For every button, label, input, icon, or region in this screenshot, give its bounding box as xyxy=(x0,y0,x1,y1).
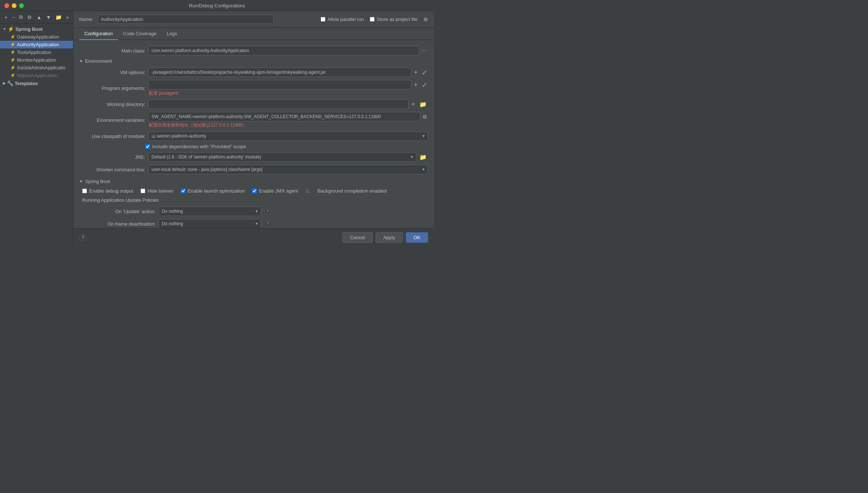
update-policies: Running Application Update Policies On '… xyxy=(82,197,428,228)
move-up-button[interactable]: ▲ xyxy=(35,14,43,21)
maximize-button[interactable] xyxy=(19,3,24,8)
include-deps-checkbox[interactable] xyxy=(145,144,150,149)
on-frame-help-icon[interactable]: ? xyxy=(264,220,271,227)
on-frame-label: On frame deactivation: xyxy=(82,221,156,227)
working-dir-input[interactable] xyxy=(148,99,409,109)
sidebar-item-gateway[interactable]: ⚡ GatewayApplication xyxy=(0,33,73,41)
title-bar: Run/Debug Configurations xyxy=(0,0,434,11)
hide-banner-label[interactable]: Hide banner xyxy=(141,188,174,194)
enable-debug-text: Enable debug output xyxy=(89,188,133,194)
enable-launch-label[interactable]: Enable launch optimization xyxy=(181,188,245,194)
more-button[interactable]: » xyxy=(65,14,70,21)
spring-boot-section-label: Spring Boot xyxy=(85,179,110,184)
on-frame-select[interactable]: Do nothing Update classes and resources … xyxy=(158,219,261,228)
enable-debug-checkbox[interactable] xyxy=(82,189,87,193)
spring-icon-tools: ⚡ xyxy=(10,50,15,55)
working-dir-row: Working directory: + 📁 xyxy=(79,99,428,109)
program-args-input[interactable] xyxy=(148,80,411,90)
footer: ? Cancel Apply OK xyxy=(73,228,434,246)
program-args-expand-button[interactable]: ⤢ xyxy=(420,81,428,89)
include-deps-label: Include dependencies with "Provided" sco… xyxy=(152,144,246,149)
apply-button[interactable]: Apply xyxy=(376,232,403,243)
window-title: Run/Debug Configurations xyxy=(189,3,245,8)
remove-config-button[interactable]: − xyxy=(10,14,16,21)
main-class-input[interactable] xyxy=(148,46,419,55)
main-class-input-group: ··· xyxy=(148,46,428,55)
copy-config-button[interactable]: ⧉ xyxy=(18,13,24,21)
enable-jmx-label[interactable]: Enable JMX agent xyxy=(252,188,298,194)
shorten-cmd-row: Shorten command line: user-local default… xyxy=(79,165,428,174)
tree-group-templates-header[interactable]: ▶ 🔧 Templates xyxy=(0,79,73,87)
tab-configuration[interactable]: Configuration xyxy=(79,28,118,40)
sidebar-item-label-monitor: MonitorApplication xyxy=(17,57,56,63)
program-args-add-button[interactable]: + xyxy=(413,81,419,89)
name-input[interactable] xyxy=(98,15,274,24)
enable-launch-checkbox[interactable] xyxy=(181,189,186,193)
enable-jmx-checkbox[interactable] xyxy=(252,189,257,193)
environment-chevron-icon: ▼ xyxy=(79,59,83,63)
tab-code-coverage[interactable]: Code Coverage xyxy=(118,28,161,40)
templates-group-label: Templates xyxy=(15,81,38,86)
shorten-cmd-select-wrapper: user-local default: none - java [options… xyxy=(148,165,428,174)
sidebar-item-xxljob[interactable]: ⚡ XxlJobAdminApplicatio xyxy=(0,64,73,72)
env-vars-input[interactable] xyxy=(148,112,420,121)
vm-options-row: VM options: + ⤢ xyxy=(79,67,428,77)
env-vars-row: Environment variables: ⧉ 配置应用名称和地址（地址默认1… xyxy=(79,112,428,128)
spring-icon-authority: ⚡ xyxy=(10,42,15,47)
sidebar-item-monitor[interactable]: ⚡ MonitorApplication xyxy=(0,56,73,64)
store-project-checkbox[interactable] xyxy=(370,17,375,22)
hide-banner-checkbox[interactable] xyxy=(141,189,145,193)
working-dir-add-button[interactable]: + xyxy=(410,100,416,108)
classpath-select[interactable]: 🗂 wemirr-platform-authority xyxy=(148,131,428,141)
tree-group-spring-boot-header[interactable]: ▼ ⚡ Spring Boot xyxy=(0,25,73,33)
update-policies-title: Running Application Update Policies xyxy=(82,197,428,203)
store-project-checkbox-label[interactable]: Store as project file xyxy=(370,17,417,22)
jre-select[interactable]: Default (1.8 - SDK of 'wemirr-platform-a… xyxy=(148,152,416,162)
allow-parallel-checkbox[interactable] xyxy=(321,17,325,22)
help-button[interactable]: ? xyxy=(79,234,87,241)
enable-jmx-text: Enable JMX agent xyxy=(259,188,298,194)
environment-section-header: ▼ Environment xyxy=(79,58,428,64)
spring-icon-monitor: ⚡ xyxy=(10,58,15,62)
jre-browse-button[interactable]: 📁 xyxy=(418,153,428,161)
sidebar-item-tools[interactable]: ⚡ ToolsApplication xyxy=(0,48,73,56)
on-frame-row: On frame deactivation: Do nothing Update… xyxy=(82,219,428,228)
spring-boot-checkboxes: Enable debug output Hide banner Enable l… xyxy=(82,188,428,194)
working-dir-browse-button[interactable]: 📁 xyxy=(418,100,428,109)
settings-config-button[interactable]: ⚙ xyxy=(26,14,33,21)
tree-group-spring-boot[interactable]: ▼ ⚡ Spring Boot ⚡ GatewayApplication ⚡ A… xyxy=(0,25,73,79)
config-body: Main class: ··· ▼ Environment VM options… xyxy=(73,40,434,228)
allow-parallel-checkbox-label[interactable]: Allow parallel run xyxy=(321,17,364,22)
close-button[interactable] xyxy=(4,3,9,8)
working-dir-input-group: + 📁 xyxy=(148,99,428,109)
spring-boot-group-label: Spring Boot xyxy=(15,26,43,32)
jre-label: JRE: xyxy=(79,154,145,160)
vm-options-add-button[interactable]: + xyxy=(413,68,419,76)
vm-options-expand-button[interactable]: ⤢ xyxy=(420,68,428,77)
folder-button[interactable]: 📁 xyxy=(54,14,63,21)
tree-group-templates[interactable]: ▶ 🔧 Templates xyxy=(0,79,73,87)
ok-button[interactable]: OK xyxy=(406,232,428,243)
vm-options-input[interactable] xyxy=(148,67,411,77)
enable-debug-label[interactable]: Enable debug output xyxy=(82,188,133,194)
minimize-button[interactable] xyxy=(12,3,17,8)
sidebar-item-label-authority: AuthorityApplication xyxy=(17,42,59,47)
on-update-help-icon[interactable]: ? xyxy=(264,208,271,215)
move-down-button[interactable]: ▼ xyxy=(44,14,52,21)
on-update-select[interactable]: Do nothing Update classes and resources … xyxy=(158,207,261,216)
templates-icon: 🔧 xyxy=(7,80,13,86)
tab-logs[interactable]: Logs xyxy=(161,28,182,40)
sidebar-item-authority[interactable]: ⚡ AuthorityApplication xyxy=(0,41,73,48)
shorten-cmd-select[interactable]: user-local default: none - java [options… xyxy=(148,165,428,174)
name-label: Name: xyxy=(79,17,93,22)
add-config-button[interactable]: + xyxy=(3,14,9,21)
cancel-button[interactable]: Cancel xyxy=(342,232,372,243)
sidebar-item-nepxion[interactable]: ⚡ NepxionApplication xyxy=(0,72,73,79)
store-project-gear-button[interactable]: ⚙ xyxy=(423,17,428,22)
main-content: + − ⧉ ⚙ ▲ ▼ 📁 » ▼ ⚡ Spring Boot ⚡ Gatewa… xyxy=(0,11,434,246)
env-vars-copy-button[interactable]: ⧉ xyxy=(422,113,428,121)
bg-compilation-text: Background compilation enabled xyxy=(317,188,387,194)
main-class-browse-button[interactable]: ··· xyxy=(420,47,428,55)
program-args-input-group: + ⤢ 配置 javaagent xyxy=(148,80,428,96)
env-vars-input-group: ⧉ 配置应用名称和地址（地址默认127.0.0.1:11800） xyxy=(148,112,428,128)
